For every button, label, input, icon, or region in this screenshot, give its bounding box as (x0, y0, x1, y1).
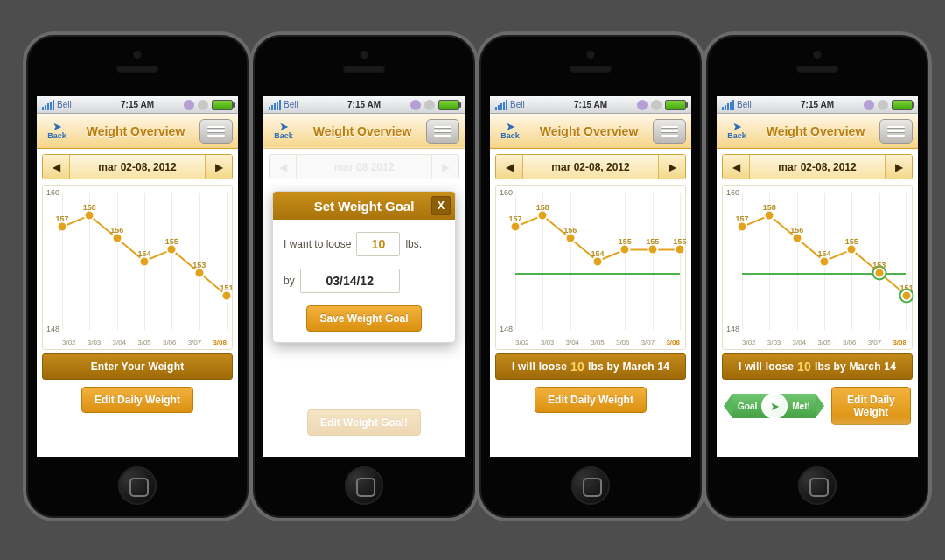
back-button[interactable]: ➤ Back (269, 122, 298, 140)
home-button[interactable] (118, 466, 157, 505)
nav-bar: ➤ Back Weight Overview (490, 114, 691, 149)
goal-pre-label: I will loose (512, 360, 567, 373)
goal-banner[interactable]: I will loose 10 lbs by March 14 (722, 354, 913, 380)
goal-date-input[interactable] (300, 269, 400, 293)
page-title: Weight Overview (525, 124, 653, 138)
next-week-button[interactable]: ▶ (886, 155, 912, 178)
runner-icon: ➤ (269, 122, 298, 131)
y-min-label: 148 (500, 325, 513, 333)
edit-daily-weight-button[interactable]: Edit Daily Weight (831, 387, 911, 425)
clock-label: 7:15 AM (717, 100, 918, 109)
status-bar: Bell 7:15 AM (37, 96, 238, 114)
weight-chart: 160 148 157158156154155155155 3/023/03 3… (495, 185, 686, 350)
date-range-label[interactable]: mar 02-08, 2012 (522, 155, 659, 178)
set-weight-goal-modal: Set Weight Goal X I want to loose lbs. b… (272, 191, 456, 343)
home-button[interactable] (345, 466, 383, 505)
page-title: Weight Overview (298, 124, 426, 138)
battery-icon (892, 100, 913, 110)
goal-banner[interactable]: I will loose 10 lbs by March 14 (495, 354, 686, 380)
battery-icon (438, 100, 459, 110)
home-button[interactable] (798, 466, 836, 505)
edit-weight-goal-button-bg: Edit Weight Goal! (307, 410, 421, 436)
next-week-button[interactable]: ▶ (659, 155, 685, 178)
edit-daily-weight-button[interactable]: Edit Daily Weight (81, 387, 193, 413)
status-bar: Bell 7:15 AM (490, 96, 691, 114)
y-min-label: 148 (46, 325, 60, 333)
x-ticks: 3/023/03 3/043/05 3/063/07 3/08 (742, 339, 906, 346)
ribbon-right-label: Met! (792, 402, 810, 411)
close-icon[interactable]: X (431, 196, 451, 215)
y-max-label: 160 (46, 188, 60, 197)
prev-week-button[interactable]: ◀ (43, 155, 69, 178)
date-range-picker: ◀ mar 02-08, 2012 ▶ (495, 154, 686, 179)
save-weight-goal-button[interactable]: Save Weight Goal (306, 305, 421, 332)
back-label: Back (495, 131, 525, 140)
y-max-label: 160 (726, 188, 739, 197)
goal-amount-label: 10 (794, 360, 815, 374)
menu-button[interactable] (879, 119, 913, 144)
date-range-picker: ◀ mar 02-08, 2012 ▶ (42, 154, 233, 179)
lose-prefix-label: I want to loose (284, 238, 351, 250)
goal-post-label: lbs by March 14 (588, 360, 669, 373)
weight-chart: 160 148 157158156154155153151 3/023/03 3… (722, 185, 913, 350)
x-ticks: 3/023/03 3/043/05 3/063/07 3/08 (515, 339, 680, 346)
enter-weight-banner[interactable]: Enter Your Weight (42, 354, 233, 380)
home-button[interactable] (571, 466, 610, 505)
modal-title: Set Weight Goal (314, 199, 415, 214)
lose-amount-input[interactable] (356, 232, 400, 256)
runner-icon: ➤ (42, 122, 72, 131)
status-bar: Bell 7:15 AM (263, 96, 465, 114)
y-max-label: 160 (500, 188, 513, 197)
back-label: Back (269, 131, 298, 140)
back-button[interactable]: ➤ Back (42, 122, 72, 140)
date-range-picker: ◀ mar 02-08, 2012 ▶ (722, 154, 913, 179)
nav-bar: ➤ Back Weight Overview (263, 114, 465, 149)
clock-label: 7:15 AM (263, 100, 465, 109)
goal-amount-label: 10 (567, 360, 588, 374)
edit-daily-weight-button[interactable]: Edit Daily Weight (535, 387, 647, 413)
menu-button[interactable] (426, 119, 459, 144)
weight-chart: 160 148 157158156154155153151 3/023/03 3… (42, 185, 233, 350)
back-label: Back (722, 131, 752, 140)
menu-button[interactable] (653, 119, 686, 144)
clock-label: 7:15 AM (490, 100, 691, 109)
date-range-label[interactable]: mar 02-08, 2012 (749, 155, 886, 178)
page-title: Weight Overview (752, 124, 879, 138)
by-label: by (284, 275, 295, 287)
modal-title-bar: Set Weight Goal X (273, 192, 455, 220)
lose-suffix-label: lbs. (405, 238, 422, 250)
status-bar: Bell 7:15 AM (717, 96, 918, 114)
goal-met-ribbon: Goal ➤ Met! (724, 394, 824, 418)
nav-bar: ➤ Back Weight Overview (37, 114, 238, 149)
battery-icon (665, 100, 686, 110)
back-button[interactable]: ➤ Back (722, 122, 752, 140)
date-range-label[interactable]: mar 02-08, 2012 (69, 155, 206, 178)
next-week-button[interactable]: ▶ (206, 155, 232, 178)
page-title: Weight Overview (72, 124, 200, 138)
nav-bar: ➤ Back Weight Overview (717, 114, 918, 149)
back-button[interactable]: ➤ Back (495, 122, 525, 140)
prev-week-button[interactable]: ◀ (723, 155, 749, 178)
battery-icon (212, 100, 233, 110)
y-min-label: 148 (726, 325, 739, 333)
goal-pre-label: I will loose (738, 360, 794, 373)
clock-label: 7:15 AM (37, 100, 238, 109)
x-ticks: 3/023/03 3/043/05 3/063/07 3/08 (62, 339, 227, 346)
back-label: Back (42, 131, 72, 140)
menu-button[interactable] (200, 119, 233, 144)
runner-icon: ➤ (722, 122, 752, 131)
prev-week-button[interactable]: ◀ (496, 155, 522, 178)
runner-badge-icon: ➤ (761, 393, 788, 419)
goal-post-label: lbs by March 14 (815, 360, 896, 373)
runner-icon: ➤ (495, 122, 525, 131)
ribbon-left-label: Goal (738, 402, 757, 411)
